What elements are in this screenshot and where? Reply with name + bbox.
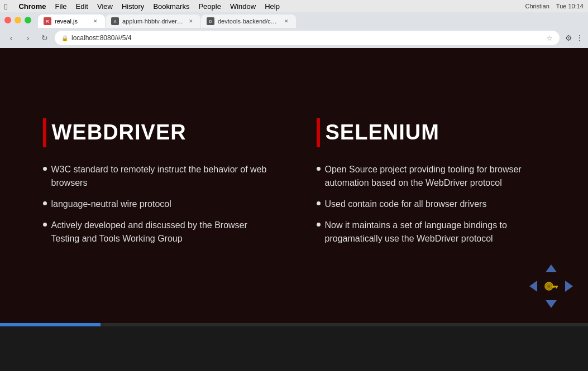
selenium-bullets: Open Source project providing tooling fo… bbox=[317, 163, 546, 245]
arrow-left-icon bbox=[529, 281, 537, 292]
tab-label-3: devtools-backend/css.js at ... bbox=[218, 18, 279, 25]
url-text: localhost:8080/#/5/4 bbox=[71, 34, 543, 42]
svg-rect-4 bbox=[553, 286, 554, 288]
webdriver-bullet-1-text: W3C standard to remotely instruct the be… bbox=[51, 163, 272, 190]
arrow-left-button[interactable] bbox=[525, 278, 541, 294]
key-icon bbox=[543, 278, 559, 294]
tabs-bar: R reveal.js ✕ A applum-hbbtv-driver/elem… bbox=[38, 12, 296, 28]
chrome-menu-icon[interactable]: ⋮ bbox=[576, 33, 584, 42]
webdriver-heading: WEBDRIVER bbox=[52, 121, 187, 144]
slide-area: WEBDRIVER W3C standard to remotely instr… bbox=[0, 48, 588, 323]
svg-rect-3 bbox=[556, 286, 557, 288]
tab-favicon-3: D bbox=[207, 17, 214, 25]
tab-label-1: reveal.js bbox=[55, 18, 78, 25]
addressbar-row: ‹ › ↻ 🔒 localhost:8080/#/5/4 ☆ ⚙ ⋮ bbox=[0, 28, 588, 48]
webdriver-bullet-3-text: Actively developed and discussed by the … bbox=[51, 219, 272, 245]
addressbar[interactable]: 🔒 localhost:8080/#/5/4 ☆ bbox=[55, 31, 560, 45]
webdriver-bullet-3: Actively developed and discussed by the … bbox=[43, 219, 272, 245]
selenium-bullet-2-text: Used contain code for all browser driver… bbox=[325, 197, 487, 211]
selenium-dot-3 bbox=[317, 223, 321, 227]
svg-point-0 bbox=[545, 282, 553, 290]
extensions-icon[interactable]: ⚙ bbox=[565, 33, 572, 42]
menubar-edit[interactable]: Edit bbox=[76, 2, 88, 11]
back-button[interactable]: ‹ bbox=[4, 31, 18, 45]
arrow-right-button[interactable] bbox=[561, 278, 577, 294]
selenium-column: SELENIUM Open Source project providing t… bbox=[317, 118, 546, 253]
arrow-up-button[interactable] bbox=[543, 261, 559, 276]
selenium-heading-wrapper: SELENIUM bbox=[317, 118, 546, 147]
tab-close-2[interactable]: ✕ bbox=[187, 17, 195, 25]
tab-applum[interactable]: A applum-hbbtv-driver/element... ✕ bbox=[106, 15, 200, 28]
arrow-up-icon bbox=[546, 264, 557, 272]
bullet-dot-1 bbox=[43, 167, 47, 171]
menubar-bookmarks[interactable]: Bookmarks bbox=[153, 2, 189, 11]
arrow-down-button[interactable] bbox=[543, 296, 559, 312]
key-svg bbox=[543, 278, 559, 294]
webdriver-bullet-2: language-neutral wire protocol bbox=[43, 197, 272, 211]
selenium-bullet-3: Now it maintains a set of language bindi… bbox=[317, 219, 546, 245]
menubar-right-area: Christian Tue 10:14 bbox=[525, 3, 584, 9]
tab-reveal-js[interactable]: R reveal.js ✕ bbox=[38, 15, 105, 28]
menubar-file[interactable]: File bbox=[55, 2, 67, 11]
reload-button[interactable]: ↻ bbox=[38, 31, 51, 45]
forward-button[interactable]: › bbox=[21, 31, 35, 45]
traffic-lights bbox=[4, 17, 31, 23]
selenium-bullet-3-text: Now it maintains a set of language bindi… bbox=[325, 219, 546, 245]
selenium-heading-bar bbox=[317, 118, 320, 147]
arrow-down-icon bbox=[546, 300, 557, 308]
arrow-row-horizontal bbox=[525, 278, 577, 294]
bottom-bar bbox=[0, 323, 588, 326]
tab-close-1[interactable]: ✕ bbox=[92, 17, 99, 25]
selenium-bullet-1: Open Source project providing tooling fo… bbox=[317, 163, 546, 190]
slide-content: WEBDRIVER W3C standard to remotely instr… bbox=[43, 107, 546, 264]
tab-favicon-2: A bbox=[111, 17, 119, 25]
bullet-dot-2 bbox=[43, 201, 47, 205]
fullscreen-button[interactable] bbox=[25, 17, 31, 23]
selenium-bullet-2: Used contain code for all browser driver… bbox=[317, 197, 546, 211]
webdriver-column: WEBDRIVER W3C standard to remotely instr… bbox=[43, 118, 272, 253]
titlebar: R reveal.js ✕ A applum-hbbtv-driver/elem… bbox=[0, 12, 588, 28]
menubar:  Chrome File Edit View History Bookmark… bbox=[0, 0, 588, 12]
menubar-view[interactable]: View bbox=[97, 2, 113, 11]
progress-bar bbox=[0, 323, 101, 326]
addressbar-right-icons: ☆ bbox=[546, 34, 553, 42]
arrow-right-icon bbox=[565, 281, 573, 292]
apple-menu-icon[interactable]:  bbox=[4, 2, 7, 11]
bookmark-icon[interactable]: ☆ bbox=[546, 34, 553, 42]
bullet-dot-3 bbox=[43, 223, 47, 227]
webdriver-heading-wrapper: WEBDRIVER bbox=[43, 118, 272, 147]
tab-favicon-1: R bbox=[44, 17, 51, 25]
menubar-history[interactable]: History bbox=[122, 2, 144, 11]
menubar-help[interactable]: Help bbox=[265, 2, 280, 11]
tab-label-2: applum-hbbtv-driver/element... bbox=[122, 18, 184, 25]
webdriver-bullet-1: W3C standard to remotely instruct the be… bbox=[43, 163, 272, 190]
clock: Tue 10:14 bbox=[556, 3, 584, 9]
user-name: Christian bbox=[525, 3, 549, 9]
selenium-heading: SELENIUM bbox=[326, 121, 439, 144]
menubar-people[interactable]: People bbox=[198, 2, 221, 11]
tab-devtools[interactable]: D devtools-backend/css.js at ... ✕ bbox=[201, 15, 296, 28]
tab-close-3[interactable]: ✕ bbox=[283, 17, 290, 25]
selenium-dot-2 bbox=[317, 201, 321, 205]
close-button[interactable] bbox=[4, 17, 11, 23]
selenium-bullet-1-text: Open Source project providing tooling fo… bbox=[325, 163, 546, 190]
menubar-chrome[interactable]: Chrome bbox=[18, 2, 46, 11]
selenium-dot-1 bbox=[317, 167, 321, 171]
menubar-window[interactable]: Window bbox=[230, 2, 256, 11]
lock-icon: 🔒 bbox=[61, 35, 68, 41]
webdriver-bullets: W3C standard to remotely instruct the be… bbox=[43, 163, 272, 245]
slide-navigation bbox=[525, 261, 577, 312]
webdriver-bullet-2-text: language-neutral wire protocol bbox=[51, 197, 171, 211]
webdriver-heading-bar bbox=[43, 118, 46, 147]
minimize-button[interactable] bbox=[15, 17, 21, 23]
chrome-toolbar-icons: ⚙ ⋮ bbox=[565, 33, 584, 42]
